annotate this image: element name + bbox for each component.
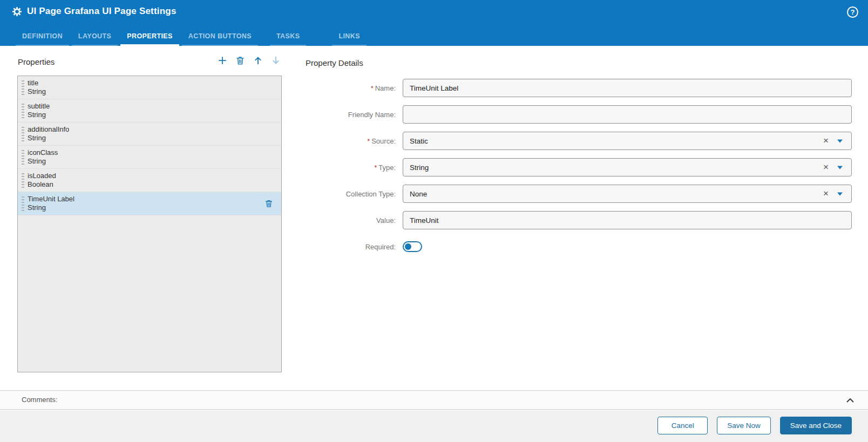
clear-x-icon[interactable]: × (823, 162, 829, 172)
properties-heading: Properties (18, 57, 55, 66)
help-icon[interactable]: ? (847, 6, 858, 18)
tab-links[interactable]: LINKS (332, 32, 367, 46)
chevron-down-icon[interactable] (837, 193, 843, 196)
list-item-iconclass[interactable]: iconClassString (18, 146, 281, 169)
toggle-knob (405, 243, 411, 250)
list-item-isloaded[interactable]: isLoadedBoolean (18, 169, 281, 192)
header-bar: UI Page Grafana UI Page Settings ? DEFIN… (0, 0, 868, 46)
form-row-name: *Name:TimeUnit Label (306, 79, 852, 97)
property-type: String (28, 157, 274, 166)
field-label-name: *Name: (306, 84, 403, 92)
comments-label: Comments: (22, 396, 57, 404)
clear-x-icon[interactable]: × (823, 136, 829, 145)
gear-icon (12, 6, 22, 17)
footer-bar: CancelSave NowSave and Close (0, 410, 868, 442)
arrow-up-icon[interactable] (252, 54, 265, 67)
properties-toolbar (216, 54, 282, 67)
type-select[interactable]: String× (403, 158, 852, 176)
field-control-value: TimeUnit (403, 211, 852, 229)
arrow-down-icon[interactable] (269, 54, 282, 67)
property-name: isLoaded (28, 172, 274, 180)
required-toggle[interactable] (403, 241, 422, 252)
property-details-form: *Name:TimeUnit LabelFriendly Name:*Sourc… (306, 79, 852, 264)
source-select[interactable]: Static× (403, 132, 852, 150)
field-label-required: Required: (306, 243, 403, 251)
property-name: additionalInfo (28, 125, 274, 134)
cancel-button[interactable]: Cancel (657, 417, 708, 434)
field-label-collection-type: Collection Type: (306, 190, 403, 198)
field-label-source: *Source: (306, 137, 403, 145)
field-control-friendly-name (403, 105, 852, 124)
property-type: String (28, 111, 274, 119)
clear-x-icon[interactable]: × (823, 189, 829, 198)
property-type: Boolean (28, 180, 274, 189)
property-name: TimeUnit Label (28, 195, 274, 203)
required-asterisk: * (371, 84, 374, 92)
form-row-value: Value:TimeUnit (306, 211, 852, 229)
list-item-timeunit-label[interactable]: TimeUnit LabelString (18, 192, 281, 215)
drag-grip-icon[interactable] (22, 127, 24, 141)
footer-buttons: CancelSave NowSave and Close (657, 417, 852, 434)
collection-type-select[interactable]: None× (403, 185, 852, 203)
field-label-friendly-name: Friendly Name: (306, 111, 403, 119)
comments-bar: Comments: (0, 390, 868, 410)
save-and-close-button[interactable]: Save and Close (780, 417, 852, 434)
form-row-required: Required: (306, 237, 852, 256)
tab-definition[interactable]: DEFINITION (16, 32, 69, 46)
form-row-collection-type: Collection Type:None× (306, 185, 852, 203)
selected-value: Static (410, 137, 428, 145)
page-title: UI Page Grafana UI Page Settings (27, 6, 177, 17)
drag-grip-icon[interactable] (22, 104, 24, 118)
property-details-heading: Property Details (306, 58, 363, 67)
field-control-required (403, 241, 852, 252)
property-type: String (28, 203, 274, 212)
chevron-down-icon[interactable] (837, 166, 843, 169)
trash-icon[interactable] (264, 199, 274, 208)
tab-action-buttons[interactable]: ACTION BUTTONS (182, 32, 258, 46)
form-row-friendly-name: Friendly Name: (306, 105, 852, 124)
drag-grip-icon[interactable] (22, 80, 24, 95)
required-asterisk: * (374, 164, 377, 172)
field-label-value: Value: (306, 216, 403, 225)
field-label-type: *Type: (306, 164, 403, 172)
list-item-additionalinfo[interactable]: additionalInfoString (18, 123, 281, 146)
tab-bar: DEFINITIONLAYOUTSPROPERTIESACTION BUTTON… (16, 32, 369, 46)
field-control-source: Static× (403, 132, 852, 150)
plus-icon[interactable] (216, 54, 229, 67)
friendly-name-input[interactable] (403, 105, 852, 124)
field-control-type: String× (403, 158, 852, 176)
field-control-collection-type: None× (403, 185, 852, 203)
drag-grip-icon[interactable] (22, 196, 24, 211)
form-row-type: *Type:String× (306, 158, 852, 176)
property-list: titleStringsubtitleStringadditionalInfoS… (17, 76, 282, 372)
field-control-name: TimeUnit Label (403, 79, 852, 97)
chevron-up-icon[interactable] (845, 396, 855, 405)
drag-grip-icon[interactable] (22, 173, 24, 188)
name-input[interactable]: TimeUnit Label (403, 79, 852, 97)
selected-value: None (410, 190, 427, 198)
property-name: iconClass (28, 148, 274, 157)
form-row-source: *Source:Static× (306, 132, 852, 150)
property-type: String (28, 134, 274, 142)
drag-grip-icon[interactable] (22, 150, 24, 165)
tab-tasks[interactable]: TASKS (270, 32, 306, 46)
selected-value: String (410, 164, 429, 172)
list-item-subtitle[interactable]: subtitleString (18, 99, 281, 123)
property-name: title (28, 79, 274, 87)
title-row: UI Page Grafana UI Page Settings (12, 6, 177, 17)
list-item-title[interactable]: titleString (18, 76, 281, 99)
chevron-down-icon[interactable] (837, 140, 843, 143)
value-input[interactable]: TimeUnit (403, 211, 852, 229)
tab-properties[interactable]: PROPERTIES (120, 32, 179, 46)
property-type: String (28, 87, 274, 96)
save-now-button[interactable]: Save Now (717, 417, 771, 434)
property-name: subtitle (28, 102, 274, 111)
tab-layouts[interactable]: LAYOUTS (72, 32, 118, 46)
trash-icon[interactable] (234, 54, 247, 67)
required-asterisk: * (367, 137, 370, 145)
